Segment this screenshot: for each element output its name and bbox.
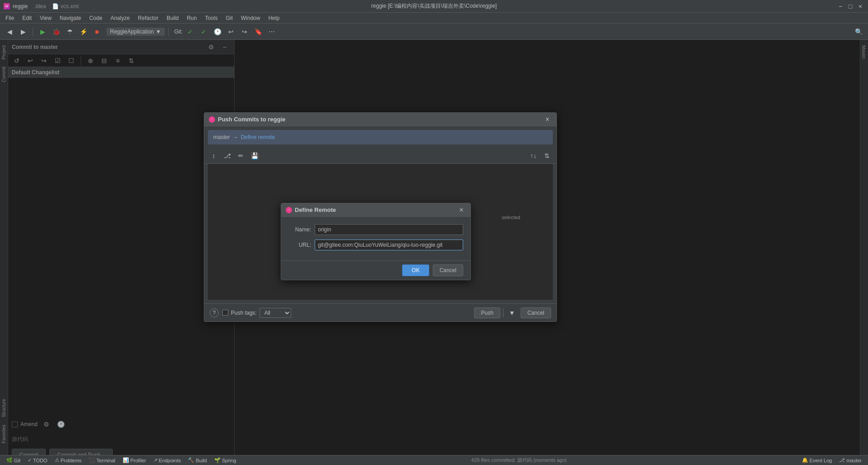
menu-file[interactable]: File bbox=[2, 14, 18, 22]
spring-icon: 🌱 bbox=[214, 457, 221, 463]
status-message: 429 files committed: 源代码 (moments ago) bbox=[471, 457, 567, 464]
url-field-row: URL: bbox=[288, 240, 463, 250]
window-title: reggie [E:\编程内容\实战项目\瑞吉外卖\Code\reggie] bbox=[371, 2, 497, 10]
menu-help[interactable]: Help bbox=[265, 14, 283, 22]
menu-window[interactable]: Window bbox=[237, 14, 264, 22]
search-everywhere-btn[interactable]: 🔍 bbox=[853, 26, 864, 38]
git-history-btn[interactable]: 🕐 bbox=[211, 26, 223, 38]
name-field-label: Name: bbox=[288, 226, 311, 233]
git-redo-btn[interactable]: ↪ bbox=[239, 26, 250, 38]
problems-tab[interactable]: ⚠ Problems bbox=[51, 456, 85, 464]
profile-btn[interactable]: ⚡ bbox=[77, 26, 89, 38]
branch-indicator[interactable]: ⎇ master bbox=[835, 456, 865, 464]
menu-git[interactable]: Git bbox=[222, 14, 236, 22]
push-expand-btn[interactable]: ⇅ bbox=[541, 150, 553, 162]
git-status-tab[interactable]: 🌿 Git bbox=[3, 456, 24, 464]
push-branches-btn[interactable]: ⎇ bbox=[221, 150, 233, 162]
push-tags-select[interactable]: All bbox=[259, 308, 291, 318]
debug-btn[interactable]: 🐞 bbox=[50, 26, 62, 38]
problems-label: Problems bbox=[61, 458, 82, 463]
define-remote-title: ↑ Define Remote bbox=[286, 206, 336, 213]
endpoints-tab[interactable]: ↗ Endpoints bbox=[150, 456, 185, 464]
git-bookmark-btn[interactable]: 🔖 bbox=[252, 26, 264, 38]
push-fetch-btn[interactable]: ↕ bbox=[208, 150, 220, 162]
push-collapse-btn[interactable]: ↑↓ bbox=[528, 150, 539, 162]
push-btn[interactable]: Push bbox=[474, 307, 500, 318]
event-log-tab[interactable]: 🔔 Event Log bbox=[798, 456, 836, 464]
build-tab[interactable]: 🔨 Build bbox=[184, 456, 210, 464]
menu-view[interactable]: View bbox=[36, 14, 55, 22]
git-check-btn[interactable]: ✓ bbox=[184, 26, 196, 38]
push-tags-label: Push tags: bbox=[231, 310, 257, 316]
push-dialog-title-text: Push Commits to reggie bbox=[218, 116, 286, 123]
build-label: Build bbox=[196, 458, 206, 463]
app-dropdown-icon: ▼ bbox=[156, 29, 161, 35]
title-bar-controls: − □ × bbox=[836, 2, 864, 10]
branch-icon: ⎇ bbox=[839, 457, 845, 463]
menu-analyze[interactable]: Analyze bbox=[107, 14, 134, 22]
menu-build[interactable]: Build bbox=[163, 14, 182, 22]
push-btn-label: Push bbox=[481, 310, 493, 316]
define-remote-cancel-btn[interactable]: Cancel bbox=[433, 264, 463, 276]
push-tags-checkbox[interactable] bbox=[222, 310, 228, 316]
back-btn[interactable]: ◀ bbox=[4, 26, 15, 38]
push-dialog-toolbar: ↕ ⎇ ✏ 💾 ↑↓ ⇅ bbox=[204, 148, 556, 164]
forward-btn[interactable]: ▶ bbox=[17, 26, 29, 38]
git-check2-btn[interactable]: ✓ bbox=[198, 26, 210, 38]
profiler-icon: 📊 bbox=[123, 457, 129, 463]
main-toolbar: ◀ ▶ ▶ 🐞 ☂ ⚡ ■ ReggieApplication ▼ Git: ✓… bbox=[0, 24, 868, 40]
push-footer-buttons: Push ▼ Cancel bbox=[474, 307, 551, 319]
define-remote-footer: OK Cancel bbox=[281, 260, 470, 280]
menu-bar: File Edit View Navigate Code Analyze Ref… bbox=[0, 13, 868, 24]
push-branch-bar: master → Define remote bbox=[208, 130, 553, 144]
push-edit-btn[interactable]: ✏ bbox=[235, 150, 247, 162]
vcs-xml: 📄 vcs.xml bbox=[52, 3, 78, 10]
title-bar-left: IJ reggie .idea 📄 vcs.xml bbox=[4, 3, 79, 10]
profiler-label: Profiler bbox=[130, 458, 146, 463]
name-field-input[interactable] bbox=[315, 224, 463, 235]
define-remote-link[interactable]: Define remote bbox=[241, 134, 275, 140]
push-help-btn[interactable]: ? bbox=[210, 308, 219, 317]
terminal-icon: ⬛ bbox=[89, 457, 95, 463]
spring-label: Spring bbox=[222, 458, 236, 463]
spring-tab[interactable]: 🌱 Spring bbox=[211, 456, 240, 464]
app-selector[interactable]: ReggieApplication ▼ bbox=[106, 28, 165, 36]
branch-name: master bbox=[846, 458, 862, 463]
maximize-btn[interactable]: □ bbox=[846, 2, 854, 10]
menu-tools[interactable]: Tools bbox=[201, 14, 221, 22]
stop-btn[interactable]: ■ bbox=[91, 26, 103, 38]
todo-label: TODO bbox=[33, 458, 48, 463]
toolbar-sep-1 bbox=[33, 27, 33, 36]
git-more-btn[interactable]: ⋯ bbox=[266, 26, 278, 38]
menu-code[interactable]: Code bbox=[86, 14, 106, 22]
push-dialog-title: ↑ Push Commits to reggie bbox=[209, 116, 286, 123]
minimize-btn[interactable]: − bbox=[836, 2, 844, 10]
todo-tab[interactable]: ✓ TODO bbox=[24, 456, 51, 464]
menu-edit[interactable]: Edit bbox=[19, 14, 35, 22]
name-field-row: Name: bbox=[288, 224, 463, 235]
close-btn[interactable]: × bbox=[856, 2, 864, 10]
url-field-input[interactable] bbox=[315, 240, 463, 250]
push-cancel-btn[interactable]: Cancel bbox=[521, 307, 551, 318]
coverage-btn[interactable]: ☂ bbox=[64, 26, 76, 38]
push-save-btn[interactable]: 💾 bbox=[249, 150, 260, 162]
git-label: Git: bbox=[174, 29, 183, 35]
run-btn[interactable]: ▶ bbox=[37, 26, 48, 38]
menu-run[interactable]: Run bbox=[183, 14, 201, 22]
push-dialog-footer: ? Push tags: All Push ▼ Cancel bbox=[204, 303, 556, 321]
define-remote-close-btn[interactable]: × bbox=[457, 206, 466, 215]
profiler-tab[interactable]: 📊 Profiler bbox=[119, 456, 150, 464]
menu-navigate[interactable]: Navigate bbox=[56, 14, 85, 22]
event-icon: 🔔 bbox=[802, 457, 808, 463]
terminal-tab[interactable]: ⬛ Terminal bbox=[85, 456, 119, 464]
status-bar: 🌿 Git ✓ TODO ⚠ Problems ⬛ Terminal 📊 Pro… bbox=[0, 455, 868, 465]
git-undo-btn[interactable]: ↩ bbox=[225, 26, 237, 38]
menu-refactor[interactable]: Refactor bbox=[134, 14, 162, 22]
idea-folder: .idea bbox=[34, 3, 46, 10]
todo-icon: ✓ bbox=[28, 457, 32, 463]
push-dialog-close-btn[interactable]: × bbox=[543, 115, 552, 124]
intellij-logo: IJ bbox=[4, 3, 10, 10]
push-dropdown-btn[interactable]: ▼ bbox=[506, 307, 518, 319]
app-name: ReggieApplication bbox=[110, 29, 154, 35]
define-remote-ok-btn[interactable]: OK bbox=[402, 264, 429, 276]
